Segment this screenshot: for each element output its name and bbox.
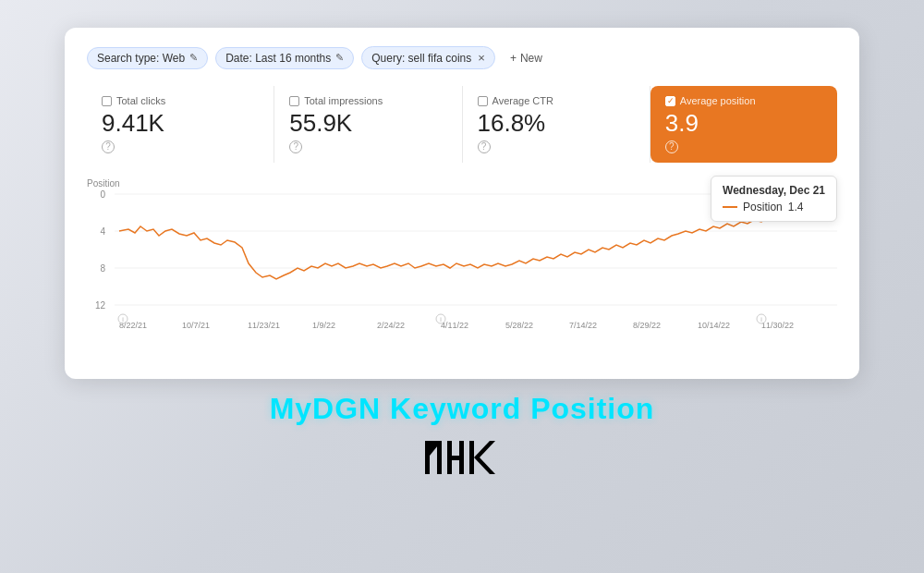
- tooltip-position-row: Position 1.4: [723, 201, 825, 213]
- svg-text:10/7/21: 10/7/21: [182, 321, 210, 330]
- filter-search-type-label: Search type: Web: [97, 52, 185, 65]
- svg-text:10/14/22: 10/14/22: [698, 321, 730, 330]
- svg-text:7/14/22: 7/14/22: [569, 321, 597, 330]
- svg-rect-32: [459, 441, 464, 474]
- svg-text:4/11/22: 4/11/22: [441, 321, 468, 330]
- chart-area: Wednesday, Dec 21 Position 1.4 Position …: [87, 176, 837, 364]
- svg-text:Position: Position: [87, 178, 120, 189]
- filter-date[interactable]: Date: Last 16 months ✎: [215, 47, 354, 69]
- average-position-checkbox[interactable]: [665, 96, 675, 106]
- main-card: Search type: Web ✎ Date: Last 16 months …: [65, 28, 859, 379]
- page-title: MyDGN Keyword Position: [270, 392, 655, 426]
- average-position-info-icon[interactable]: ?: [665, 140, 678, 153]
- close-query-icon[interactable]: ×: [478, 51, 485, 65]
- total-impressions-checkbox[interactable]: [289, 96, 299, 106]
- svg-rect-27: [425, 441, 430, 474]
- total-clicks-value: 9.41K: [102, 110, 259, 137]
- average-ctr-checkbox[interactable]: [478, 96, 488, 106]
- new-label: New: [520, 52, 542, 65]
- svg-text:11/23/21: 11/23/21: [248, 321, 280, 330]
- bottom-section: MyDGN Keyword Position: [270, 392, 655, 478]
- filter-query[interactable]: Query: sell fifa coins ×: [361, 46, 495, 69]
- tooltip-position-value: 1.4: [788, 201, 804, 213]
- filter-date-label: Date: Last 16 months: [225, 52, 331, 65]
- tooltip-line-icon: [723, 206, 737, 208]
- average-ctr-label: Average CTR: [492, 95, 553, 106]
- svg-marker-34: [474, 441, 495, 457]
- svg-rect-33: [469, 441, 474, 474]
- filter-new-button[interactable]: + New: [503, 48, 550, 68]
- svg-text:2/24/22: 2/24/22: [377, 321, 405, 330]
- metric-average-position: Average position 3.9 ?: [650, 86, 837, 163]
- metrics-row: Total clicks 9.41K ? Total impressions 5…: [87, 86, 837, 163]
- svg-text:8/29/22: 8/29/22: [633, 321, 661, 330]
- metric-total-clicks: Total clicks 9.41K ?: [87, 86, 274, 163]
- filter-query-label: Query: sell fifa coins: [371, 52, 471, 65]
- total-impressions-label: Total impressions: [304, 95, 383, 106]
- average-ctr-value: 16.8%: [478, 110, 635, 137]
- total-impressions-value: 55.9K: [289, 110, 446, 137]
- svg-text:1/9/22: 1/9/22: [312, 321, 335, 330]
- metric-average-ctr: Average CTR 16.8% ?: [463, 86, 650, 163]
- svg-text:12: 12: [95, 300, 106, 311]
- tooltip-date: Wednesday, Dec 21: [723, 184, 825, 197]
- filter-search-type[interactable]: Search type: Web ✎: [87, 47, 208, 69]
- svg-text:4: 4: [100, 226, 105, 237]
- total-clicks-label: Total clicks: [116, 95, 165, 106]
- plus-icon: +: [510, 52, 517, 65]
- chart-tooltip: Wednesday, Dec 21 Position 1.4: [711, 176, 837, 222]
- total-clicks-info-icon[interactable]: ?: [102, 140, 115, 153]
- svg-text:8: 8: [100, 263, 105, 274]
- svg-rect-29: [437, 441, 442, 474]
- svg-text:0: 0: [100, 189, 105, 200]
- nhk-logo: [425, 437, 499, 478]
- svg-marker-35: [474, 457, 495, 474]
- svg-text:5/28/22: 5/28/22: [505, 321, 533, 330]
- total-clicks-checkbox[interactable]: [102, 96, 112, 106]
- filter-bar: Search type: Web ✎ Date: Last 16 months …: [87, 46, 837, 69]
- svg-text:11/30/22: 11/30/22: [761, 321, 794, 330]
- metric-total-impressions: Total impressions 55.9K ?: [274, 86, 462, 163]
- average-position-label: Average position: [680, 95, 756, 106]
- logo-container: [270, 437, 655, 478]
- average-position-value: 3.9: [665, 110, 822, 137]
- tooltip-position-label: Position: [743, 201, 783, 213]
- edit-search-type-icon[interactable]: ✎: [189, 52, 198, 64]
- edit-date-icon[interactable]: ✎: [335, 52, 344, 64]
- svg-rect-31: [447, 456, 459, 460]
- average-ctr-info-icon[interactable]: ?: [478, 140, 491, 153]
- total-impressions-info-icon[interactable]: ?: [289, 140, 302, 153]
